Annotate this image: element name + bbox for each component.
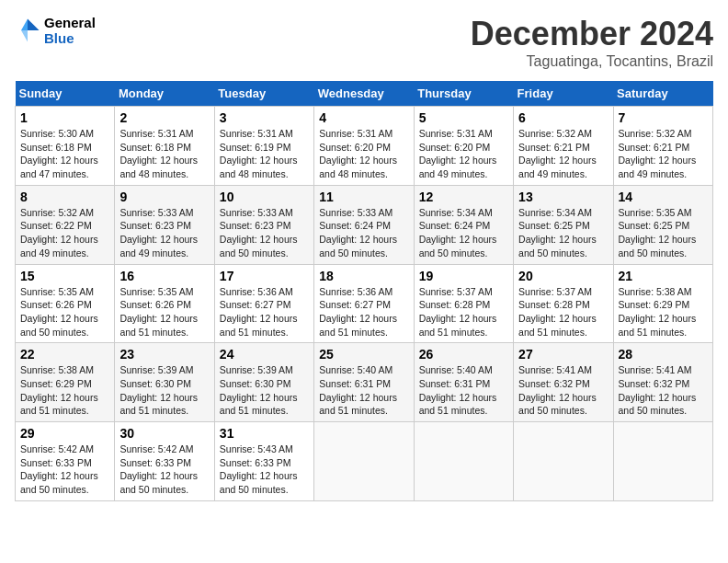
svg-marker-0 bbox=[28, 18, 40, 30]
svg-marker-1 bbox=[21, 18, 28, 30]
calendar-body: 1 Sunrise: 5:30 AMSunset: 6:18 PMDayligh… bbox=[16, 107, 713, 501]
day-detail: Sunrise: 5:34 AMSunset: 6:24 PMDaylight:… bbox=[419, 206, 508, 260]
day-detail: Sunrise: 5:40 AMSunset: 6:31 PMDaylight:… bbox=[319, 363, 408, 418]
day-detail: Sunrise: 5:43 AMSunset: 6:33 PMDaylight:… bbox=[220, 442, 309, 497]
day-number: 14 bbox=[619, 190, 708, 204]
weekday-header-wednesday: Wednesday bbox=[314, 81, 414, 107]
day-detail: Sunrise: 5:33 AMSunset: 6:24 PMDaylight:… bbox=[319, 206, 408, 260]
day-cell-14: 14 Sunrise: 5:35 AMSunset: 6:25 PMDaylig… bbox=[613, 185, 712, 264]
day-detail: Sunrise: 5:32 AMSunset: 6:21 PMDaylight:… bbox=[518, 127, 608, 181]
day-cell-22: 22 Sunrise: 5:38 AMSunset: 6:29 PMDaylig… bbox=[16, 343, 115, 422]
day-cell-8: 8 Sunrise: 5:32 AMSunset: 6:22 PMDayligh… bbox=[16, 185, 115, 264]
day-detail: Sunrise: 5:37 AMSunset: 6:28 PMDaylight:… bbox=[518, 285, 608, 339]
day-detail: Sunrise: 5:32 AMSunset: 6:22 PMDaylight:… bbox=[20, 206, 109, 260]
day-cell-21: 21 Sunrise: 5:38 AMSunset: 6:29 PMDaylig… bbox=[613, 264, 712, 343]
day-detail: Sunrise: 5:39 AMSunset: 6:30 PMDaylight:… bbox=[119, 363, 209, 418]
location: Taguatinga, Tocantins, Brazil bbox=[471, 53, 713, 70]
week-row-5: 29 Sunrise: 5:42 AMSunset: 6:33 PMDaylig… bbox=[16, 422, 713, 501]
day-cell-16: 16 Sunrise: 5:35 AMSunset: 6:26 PMDaylig… bbox=[115, 264, 214, 343]
day-number: 1 bbox=[20, 110, 109, 125]
day-number: 6 bbox=[518, 110, 608, 125]
day-number: 7 bbox=[619, 110, 708, 125]
day-detail: Sunrise: 5:39 AMSunset: 6:30 PMDaylight:… bbox=[220, 363, 309, 418]
day-cell-20: 20 Sunrise: 5:37 AMSunset: 6:28 PMDaylig… bbox=[514, 264, 613, 343]
weekday-header-monday: Monday bbox=[115, 81, 214, 107]
day-detail: Sunrise: 5:41 AMSunset: 6:32 PMDaylight:… bbox=[518, 363, 608, 418]
day-detail: Sunrise: 5:31 AMSunset: 6:20 PMDaylight:… bbox=[419, 127, 508, 181]
week-row-1: 1 Sunrise: 5:30 AMSunset: 6:18 PMDayligh… bbox=[16, 107, 713, 186]
day-detail: Sunrise: 5:40 AMSunset: 6:31 PMDaylight:… bbox=[419, 363, 508, 418]
weekday-header-sunday: Sunday bbox=[16, 81, 115, 107]
day-number: 18 bbox=[319, 269, 408, 283]
day-detail: Sunrise: 5:35 AMSunset: 6:26 PMDaylight:… bbox=[20, 285, 109, 339]
empty-cell bbox=[613, 422, 712, 501]
day-number: 25 bbox=[319, 347, 408, 362]
day-number: 17 bbox=[220, 269, 309, 283]
day-cell-4: 4 Sunrise: 5:31 AMSunset: 6:20 PMDayligh… bbox=[314, 107, 414, 186]
day-number: 19 bbox=[419, 269, 508, 283]
day-detail: Sunrise: 5:42 AMSunset: 6:33 PMDaylight:… bbox=[119, 442, 209, 497]
day-number: 10 bbox=[220, 190, 309, 204]
day-detail: Sunrise: 5:41 AMSunset: 6:32 PMDaylight:… bbox=[619, 363, 708, 418]
day-cell-18: 18 Sunrise: 5:36 AMSunset: 6:27 PMDaylig… bbox=[314, 264, 414, 343]
day-number: 26 bbox=[419, 347, 508, 362]
day-cell-11: 11 Sunrise: 5:33 AMSunset: 6:24 PMDaylig… bbox=[314, 185, 414, 264]
day-cell-26: 26 Sunrise: 5:40 AMSunset: 6:31 PMDaylig… bbox=[414, 343, 513, 422]
empty-cell bbox=[514, 422, 613, 501]
day-cell-5: 5 Sunrise: 5:31 AMSunset: 6:20 PMDayligh… bbox=[414, 107, 513, 186]
day-cell-25: 25 Sunrise: 5:40 AMSunset: 6:31 PMDaylig… bbox=[314, 343, 414, 422]
week-row-4: 22 Sunrise: 5:38 AMSunset: 6:29 PMDaylig… bbox=[16, 343, 713, 422]
day-detail: Sunrise: 5:38 AMSunset: 6:29 PMDaylight:… bbox=[20, 363, 109, 418]
day-cell-1: 1 Sunrise: 5:30 AMSunset: 6:18 PMDayligh… bbox=[16, 107, 115, 186]
day-detail: Sunrise: 5:34 AMSunset: 6:25 PMDaylight:… bbox=[518, 206, 608, 260]
day-number: 21 bbox=[619, 269, 708, 283]
day-detail: Sunrise: 5:30 AMSunset: 6:18 PMDaylight:… bbox=[20, 127, 109, 181]
weekday-header-thursday: Thursday bbox=[414, 81, 513, 107]
day-cell-3: 3 Sunrise: 5:31 AMSunset: 6:19 PMDayligh… bbox=[214, 107, 313, 186]
day-cell-17: 17 Sunrise: 5:36 AMSunset: 6:27 PMDaylig… bbox=[214, 264, 313, 343]
title-block: December 2024 Taguatinga, Tocantins, Bra… bbox=[471, 15, 713, 70]
day-cell-7: 7 Sunrise: 5:32 AMSunset: 6:21 PMDayligh… bbox=[613, 107, 712, 186]
logo-icon bbox=[15, 17, 40, 43]
day-number: 13 bbox=[518, 190, 608, 204]
day-cell-13: 13 Sunrise: 5:34 AMSunset: 6:25 PMDaylig… bbox=[514, 185, 613, 264]
day-detail: Sunrise: 5:37 AMSunset: 6:28 PMDaylight:… bbox=[419, 285, 508, 339]
day-cell-30: 30 Sunrise: 5:42 AMSunset: 6:33 PMDaylig… bbox=[115, 422, 214, 501]
day-detail: Sunrise: 5:31 AMSunset: 6:20 PMDaylight:… bbox=[319, 127, 408, 181]
day-number: 31 bbox=[220, 426, 309, 441]
day-number: 29 bbox=[20, 426, 109, 441]
day-detail: Sunrise: 5:31 AMSunset: 6:19 PMDaylight:… bbox=[220, 127, 309, 181]
weekday-header-friday: Friday bbox=[514, 81, 613, 107]
day-number: 11 bbox=[319, 190, 408, 204]
day-detail: Sunrise: 5:31 AMSunset: 6:18 PMDaylight:… bbox=[119, 127, 209, 181]
day-detail: Sunrise: 5:38 AMSunset: 6:29 PMDaylight:… bbox=[619, 285, 708, 339]
day-number: 22 bbox=[20, 347, 109, 362]
empty-cell bbox=[414, 422, 513, 501]
day-detail: Sunrise: 5:32 AMSunset: 6:21 PMDaylight:… bbox=[619, 127, 708, 181]
weekday-header-saturday: Saturday bbox=[613, 81, 712, 107]
day-cell-6: 6 Sunrise: 5:32 AMSunset: 6:21 PMDayligh… bbox=[514, 107, 613, 186]
day-number: 16 bbox=[119, 269, 209, 283]
day-number: 28 bbox=[619, 347, 708, 362]
month-title: December 2024 bbox=[471, 15, 713, 53]
day-cell-15: 15 Sunrise: 5:35 AMSunset: 6:26 PMDaylig… bbox=[16, 264, 115, 343]
day-number: 9 bbox=[119, 190, 209, 204]
week-row-2: 8 Sunrise: 5:32 AMSunset: 6:22 PMDayligh… bbox=[16, 185, 713, 264]
day-detail: Sunrise: 5:42 AMSunset: 6:33 PMDaylight:… bbox=[20, 442, 109, 497]
day-cell-27: 27 Sunrise: 5:41 AMSunset: 6:32 PMDaylig… bbox=[514, 343, 613, 422]
day-detail: Sunrise: 5:36 AMSunset: 6:27 PMDaylight:… bbox=[220, 285, 309, 339]
day-cell-19: 19 Sunrise: 5:37 AMSunset: 6:28 PMDaylig… bbox=[414, 264, 513, 343]
day-cell-10: 10 Sunrise: 5:33 AMSunset: 6:23 PMDaylig… bbox=[214, 185, 313, 264]
empty-cell bbox=[314, 422, 414, 501]
day-number: 23 bbox=[119, 347, 209, 362]
day-detail: Sunrise: 5:33 AMSunset: 6:23 PMDaylight:… bbox=[220, 206, 309, 260]
logo: General Blue bbox=[15, 15, 96, 46]
logo-text: General Blue bbox=[44, 15, 96, 46]
day-number: 24 bbox=[220, 347, 309, 362]
day-detail: Sunrise: 5:35 AMSunset: 6:25 PMDaylight:… bbox=[619, 206, 708, 260]
day-number: 27 bbox=[518, 347, 608, 362]
day-cell-31: 31 Sunrise: 5:43 AMSunset: 6:33 PMDaylig… bbox=[214, 422, 313, 501]
page-header: General Blue December 2024 Taguatinga, T… bbox=[15, 15, 713, 70]
day-number: 12 bbox=[419, 190, 508, 204]
day-detail: Sunrise: 5:33 AMSunset: 6:23 PMDaylight:… bbox=[119, 206, 209, 260]
